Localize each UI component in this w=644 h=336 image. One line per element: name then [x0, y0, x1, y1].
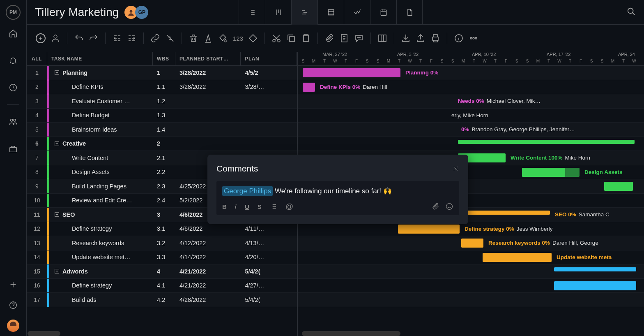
- unlink-icon[interactable]: [165, 33, 175, 43]
- table-row[interactable]: 3 Evaluate Customer … 1.2: [27, 94, 297, 109]
- gantt-row[interactable]: Planning 0%: [298, 66, 644, 80]
- text-color-icon[interactable]: [203, 33, 213, 43]
- diamond-icon[interactable]: [248, 33, 258, 43]
- trash-icon[interactable]: [189, 33, 198, 43]
- plus-icon[interactable]: [9, 280, 18, 289]
- table-row[interactable]: 5 Brainstorm Ideas 1.4: [27, 123, 297, 137]
- gantt-row[interactable]: Define KPIs 0%Daren Hill: [298, 80, 644, 95]
- import-icon[interactable]: [401, 33, 411, 43]
- scrollbar[interactable]: [28, 331, 60, 336]
- more-icon[interactable]: [469, 33, 478, 43]
- comment-text[interactable]: George Phillips We're following our time…: [221, 185, 455, 199]
- svg-point-9: [54, 35, 57, 38]
- note-icon[interactable]: [339, 33, 349, 43]
- search-button[interactable]: [627, 7, 636, 18]
- mention-chip[interactable]: George Phillips: [222, 186, 273, 196]
- gantt-row[interactable]: 0%Brandon Gray, George Phillips, Jennife…: [298, 123, 644, 137]
- gantt-row[interactable]: erly, Mike Horn: [298, 109, 644, 123]
- indent-icon[interactable]: [127, 33, 137, 43]
- bell-icon[interactable]: [9, 56, 18, 65]
- gantt-view-tab[interactable]: [291, 0, 317, 25]
- col-header-start[interactable]: PLANNED START…: [175, 52, 241, 65]
- app-logo[interactable]: PM: [6, 5, 21, 20]
- italic-icon[interactable]: i: [235, 203, 237, 210]
- gantt-row[interactable]: Research keywords 0%Daren Hill, George: [298, 236, 644, 250]
- calendar-view-tab[interactable]: [370, 0, 396, 25]
- board-view-tab[interactable]: [265, 0, 291, 25]
- file-view-tab[interactable]: [396, 0, 423, 25]
- svg-rect-3: [10, 147, 17, 152]
- list-icon[interactable]: [270, 203, 277, 210]
- user-avatar[interactable]: [7, 320, 19, 332]
- svg-rect-6: [328, 9, 334, 15]
- dashboard-view-tab[interactable]: [344, 0, 370, 25]
- strike-icon[interactable]: S: [258, 203, 262, 210]
- home-icon[interactable]: [9, 29, 18, 38]
- col-header-wbs[interactable]: WBS: [153, 52, 175, 65]
- undo-icon[interactable]: [74, 33, 84, 43]
- print-icon[interactable]: [430, 33, 440, 43]
- bold-icon[interactable]: B: [222, 203, 227, 210]
- col-header-end[interactable]: PLAN: [241, 52, 297, 65]
- scrollbar[interactable]: [302, 331, 400, 336]
- emoji-icon[interactable]: [445, 202, 453, 211]
- svg-point-20: [473, 37, 474, 39]
- table-row[interactable]: 6 − Creative 2: [27, 137, 297, 151]
- svg-point-19: [470, 37, 472, 39]
- table-row[interactable]: 17 Build ads 4.2 4/28/2022 5/4/2(: [27, 293, 297, 307]
- users-icon[interactable]: [9, 117, 18, 126]
- underline-icon[interactable]: U: [245, 203, 249, 210]
- gantt-row[interactable]: [298, 137, 644, 151]
- add-button[interactable]: [36, 33, 46, 43]
- help-icon[interactable]: [9, 301, 18, 310]
- svg-rect-16: [379, 35, 386, 42]
- gantt-row[interactable]: [298, 279, 644, 293]
- info-icon[interactable]: [454, 33, 464, 43]
- number-icon[interactable]: 123: [233, 35, 243, 42]
- table-row[interactable]: 1 − Planning 1 3/28/2022 4/5/2: [27, 66, 297, 80]
- outdent-icon[interactable]: [112, 33, 122, 43]
- table-row[interactable]: 13 Research keywords 3.2 4/12/2022 4/13/…: [27, 236, 297, 250]
- assign-icon[interactable]: [51, 33, 60, 43]
- copy-icon[interactable]: [286, 33, 296, 43]
- svg-point-8: [628, 8, 633, 13]
- table-row[interactable]: 15 − Adwords 4 4/21/2022 5/4/2(: [27, 264, 297, 279]
- gantt-row[interactable]: [298, 293, 644, 307]
- toolbar: 123: [27, 25, 644, 52]
- attach-icon[interactable]: [431, 202, 439, 211]
- gantt-row[interactable]: Update website meta: [298, 250, 644, 265]
- search-icon: [627, 7, 636, 16]
- link-icon[interactable]: [150, 33, 160, 43]
- divider: [7, 104, 19, 105]
- clock-icon[interactable]: [9, 83, 18, 92]
- columns-icon[interactable]: [377, 33, 387, 43]
- view-tabs: [239, 0, 423, 25]
- list-view-tab[interactable]: [239, 0, 265, 25]
- avatar[interactable]: GP: [135, 6, 148, 19]
- export-icon[interactable]: [416, 33, 426, 43]
- briefcase-icon[interactable]: [9, 144, 18, 153]
- attach-icon[interactable]: [324, 33, 334, 43]
- project-avatars[interactable]: GP: [127, 6, 148, 19]
- comment-icon[interactable]: [354, 33, 364, 43]
- comments-input[interactable]: George Phillips We're following our time…: [216, 181, 459, 215]
- svg-point-1: [11, 119, 13, 122]
- table-row[interactable]: 14 Update website met… 3.3 4/14/2022 4/2…: [27, 250, 297, 265]
- cut-icon[interactable]: [271, 33, 281, 43]
- col-header-all[interactable]: ALL: [27, 52, 47, 65]
- fill-icon[interactable]: [218, 33, 228, 43]
- paste-icon[interactable]: [301, 33, 311, 43]
- close-icon[interactable]: [453, 165, 459, 172]
- table-row[interactable]: 16 Define strategy 4.1 4/21/2022 4/27/…: [27, 279, 297, 293]
- topbar: Tillery Marketing GP: [27, 0, 644, 25]
- col-header-name[interactable]: TASK NAME: [47, 52, 153, 65]
- svg-point-22: [446, 204, 453, 210]
- sheet-view-tab[interactable]: [317, 0, 344, 25]
- redo-icon[interactable]: [89, 33, 99, 43]
- mention-icon[interactable]: @: [285, 202, 293, 211]
- table-row[interactable]: 4 Define Budget 1.3: [27, 109, 297, 123]
- gantt-row[interactable]: [298, 264, 644, 279]
- gantt-row[interactable]: Needs 0%Michael Glover, Mik…: [298, 94, 644, 109]
- table-row[interactable]: 2 Define KPIs 1.1 3/28/2022 3/28/…: [27, 80, 297, 95]
- sidebar-left: PM: [0, 0, 27, 336]
